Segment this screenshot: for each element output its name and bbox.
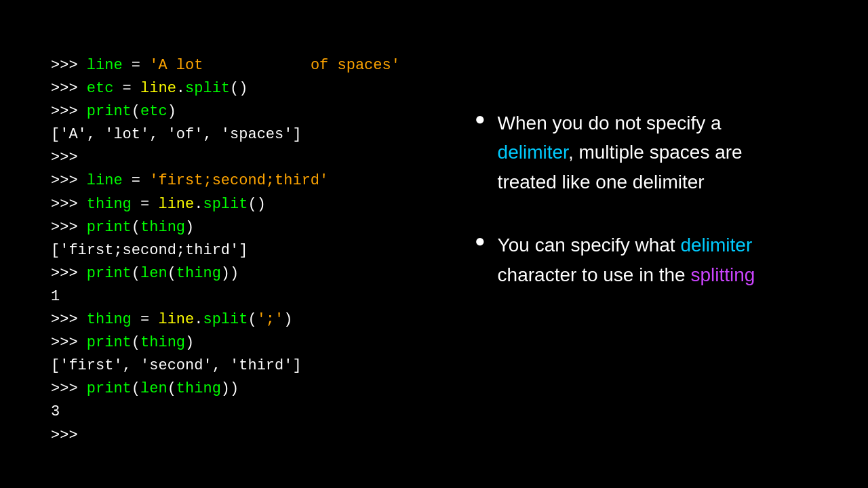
bullet-text-2: You can specify what delimiter character… xyxy=(498,230,755,289)
delimiter-highlight-1: delimiter xyxy=(498,142,568,163)
bullet-dot-2: ● xyxy=(475,232,486,252)
code-line: ['first', 'second', 'third'] xyxy=(51,354,434,378)
info-panel: ● When you do not specify a delimiter, m… xyxy=(434,0,868,488)
code-line: >>> etc = line.split() xyxy=(51,77,434,100)
code-line: 3 xyxy=(51,401,434,424)
code-line: ['A', 'lot', 'of', 'spaces'] xyxy=(51,123,434,146)
code-line: >>> print(thing) xyxy=(51,331,434,354)
code-line: 1 xyxy=(51,285,434,308)
code-line: >>> print(len(thing)) xyxy=(51,262,434,285)
code-line: >>> print(etc) xyxy=(51,100,434,123)
code-line: >>> line = 'A lot of spaces' xyxy=(51,54,434,77)
bullet-item-1: ● When you do not specify a delimiter, m… xyxy=(475,108,841,197)
code-line: >>> thing = line.split(';') xyxy=(51,308,434,331)
code-block: >>> line = 'A lot of spaces'>>> etc = li… xyxy=(51,54,434,447)
bullet-item-2: ● You can specify what delimiter charact… xyxy=(475,230,841,289)
bullet-section-2: ● You can specify what delimiter charact… xyxy=(475,230,841,289)
code-line: >>> line = 'first;second;third' xyxy=(51,169,434,192)
code-line: >>> print(thing) xyxy=(51,216,434,239)
code-line: ['first;second;third'] xyxy=(51,239,434,262)
bullet-text-1: When you do not specify a delimiter, mul… xyxy=(498,108,743,197)
code-panel: >>> line = 'A lot of spaces'>>> etc = li… xyxy=(0,0,434,488)
code-line: >>> xyxy=(51,424,434,447)
bullet-section-1: ● When you do not specify a delimiter, m… xyxy=(475,108,841,197)
delimiter-highlight-2: delimiter xyxy=(680,235,752,256)
code-line: >>> thing = line.split() xyxy=(51,193,434,216)
splitting-highlight: splitting xyxy=(690,264,755,285)
code-line: >>> print(len(thing)) xyxy=(51,378,434,401)
bullet-dot-1: ● xyxy=(475,110,486,130)
code-line: >>> xyxy=(51,146,434,169)
